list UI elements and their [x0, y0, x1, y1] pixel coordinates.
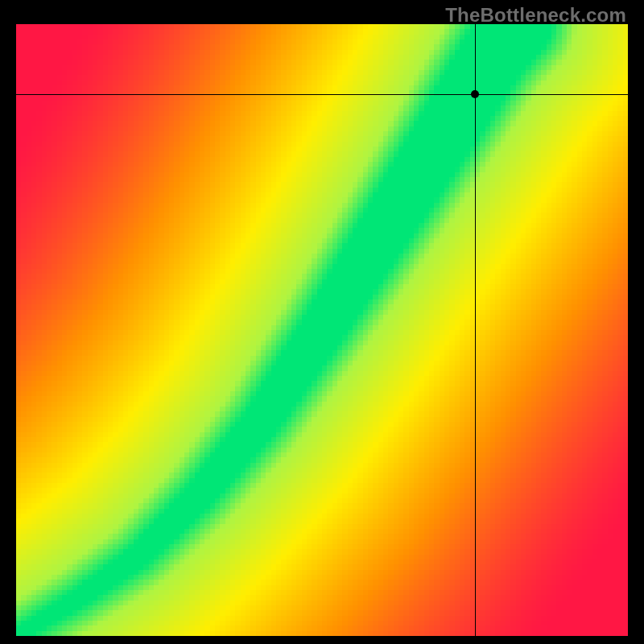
crosshair-horizontal: [16, 94, 628, 95]
crosshair-vertical: [475, 24, 476, 636]
heatmap-frame: [16, 24, 628, 636]
watermark-text: TheBottleneck.com: [445, 4, 626, 27]
bottleneck-heatmap: [16, 24, 628, 636]
